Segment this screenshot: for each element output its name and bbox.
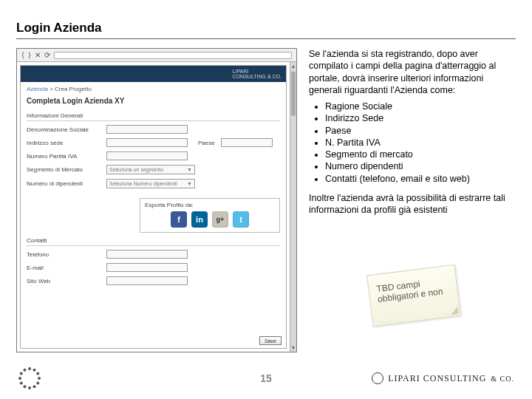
company-mark-icon <box>372 372 383 384</box>
select-segmento-placeholder: Seleziona un segmento <box>109 167 163 172</box>
sticky-note: TBD campi obbligatori e non <box>366 265 461 327</box>
facebook-icon[interactable]: f <box>171 211 187 228</box>
back-icon[interactable]: ⟨ <box>21 51 24 59</box>
bullet-item: Segmento di mercato <box>325 149 511 160</box>
save-button[interactable]: Save <box>259 336 282 345</box>
bullet-item: Ragione Sociale <box>325 100 511 112</box>
forward-icon[interactable]: ⟩ <box>28 51 31 59</box>
label-dipendenti: Numero di dipendenti <box>27 180 100 187</box>
bullet-item: Numero dipendenti <box>325 160 511 172</box>
brand-label: LIPARI CONSULTING & CO. <box>233 69 282 79</box>
page-title: Login Azienda <box>16 21 516 39</box>
input-piva[interactable] <box>106 151 188 160</box>
label-piva: Numero Partita IVA <box>27 153 100 160</box>
input-web[interactable] <box>106 276 188 285</box>
label-web: Sito Web <box>27 278 100 284</box>
company-suffix: & CO. <box>491 375 514 383</box>
import-caption: Esporta Profilo da: <box>145 202 275 208</box>
input-telefono[interactable] <box>106 250 188 259</box>
bullet-item: N. Partita IVA <box>325 137 511 149</box>
close-icon[interactable]: ✕ <box>35 51 41 59</box>
label-telefono: Telefono <box>27 251 100 258</box>
label-indirizzo: Indirizzo sede <box>27 140 100 146</box>
label-email: E-mail <box>27 265 100 271</box>
app-header: LIPARI CONSULTING & CO. <box>21 66 286 82</box>
chevron-down-icon: ▼ <box>187 167 192 172</box>
bullet-item: Paese <box>325 125 511 137</box>
fold-icon <box>450 307 458 315</box>
scroll-thumb[interactable] <box>291 72 296 116</box>
section-general: Informazioni Generali <box>27 112 280 121</box>
scrollbar[interactable]: ▲ ▼ <box>290 62 296 352</box>
input-paese[interactable] <box>221 138 273 147</box>
select-dipendenti[interactable]: Seleziona Numero dipendenti ▼ <box>106 179 195 188</box>
page-number: 15 <box>260 372 272 384</box>
form-heading: Completa Login Azienda XY <box>21 94 286 109</box>
browser-toolbar: ⟨ ⟩ ✕ ⟳ <box>17 49 296 62</box>
input-email[interactable] <box>106 263 188 272</box>
label-segmento: Segmento di Mercato <box>27 166 100 173</box>
company-footer: LIPARI CONSULTING & CO. <box>372 372 514 384</box>
breadcrumb-rest: > Crea Progetto <box>48 86 92 92</box>
label-denominazione: Denominazione Sociale <box>27 126 100 133</box>
bullet-item: Contatti (telefono, email e sito web) <box>325 173 511 185</box>
import-profile-box: Esporta Profilo da: f in g+ t <box>140 198 280 233</box>
wireframe-browser: ⟨ ⟩ ✕ ⟳ ▲ ▼ LIPARI CONSULTING & CO. Azie… <box>16 48 297 352</box>
description-intro: Se l'azienda si sta registrando, dopo av… <box>309 48 511 96</box>
select-dipendenti-placeholder: Seleziona Numero dipendenti <box>109 181 177 186</box>
section-contacts: Contatti <box>27 237 280 246</box>
url-input[interactable] <box>54 52 292 59</box>
description-outro: Inoltre l'azienda avrà la possibilità di… <box>309 192 511 216</box>
company-name: LIPARI CONSULTING <box>388 373 486 384</box>
scroll-up-icon[interactable]: ▲ <box>291 64 296 69</box>
input-denominazione[interactable] <box>106 125 188 134</box>
chevron-down-icon: ▼ <box>187 181 192 186</box>
scroll-down-icon[interactable]: ▼ <box>291 345 296 350</box>
twitter-icon[interactable]: t <box>233 211 249 228</box>
breadcrumb: Azienda > Crea Progetto <box>21 82 286 94</box>
ring-logo-icon <box>18 366 41 390</box>
bullet-item: Indirizzo Sede <box>325 112 511 124</box>
reload-icon[interactable]: ⟳ <box>44 51 50 59</box>
breadcrumb-link[interactable]: Azienda <box>27 86 48 92</box>
select-segmento[interactable]: Seleziona un segmento ▼ <box>106 165 195 174</box>
linkedin-icon[interactable]: in <box>191 211 208 228</box>
googleplus-icon[interactable]: g+ <box>212 211 228 228</box>
label-paese: Paese <box>198 140 215 146</box>
input-indirizzo[interactable] <box>106 138 188 147</box>
